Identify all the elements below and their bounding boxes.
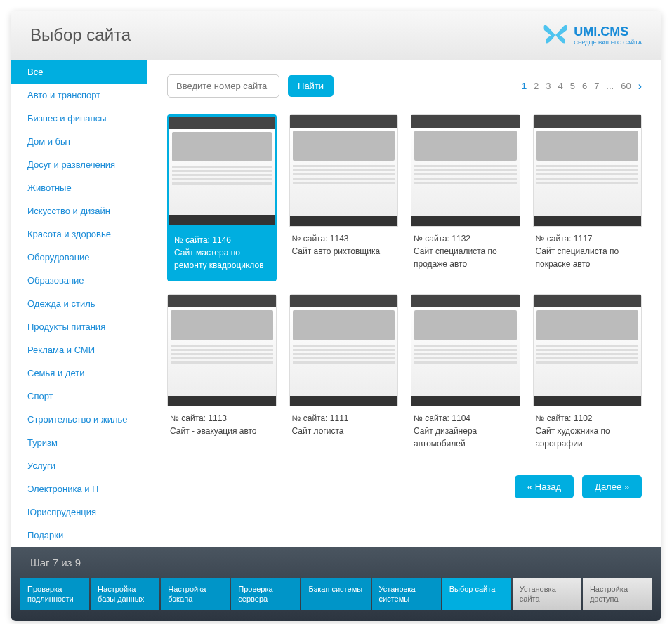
wizard-step[interactable]: Выбор сайта	[442, 578, 511, 610]
sidebar-item[interactable]: Семья и дети	[11, 361, 147, 385]
sidebar-item[interactable]: Дом и быт	[11, 130, 147, 153]
page-number[interactable]: 7	[594, 81, 599, 91]
template-thumbnail	[289, 114, 399, 227]
template-card[interactable]: № сайта: 1113 Сайт - эвакуация авто	[167, 294, 277, 456]
content: Найти 1234567...60› № сайта: 1146 Сайт м…	[147, 60, 661, 547]
logo-text: UMI.CMS	[574, 25, 628, 39]
template-card[interactable]: № сайта: 1117 Сайт специалиста по покрас…	[533, 114, 643, 281]
sidebar-item[interactable]: Спорт	[11, 385, 147, 408]
wizard-step[interactable]: Настройка доступа	[583, 578, 652, 610]
search-button[interactable]: Найти	[288, 75, 334, 97]
template-thumbnail	[289, 294, 399, 406]
card-info: № сайта: 1111 Сайт логиста	[289, 406, 399, 443]
sidebar-item[interactable]: Досуг и развлечения	[11, 153, 147, 176]
card-info: № сайта: 1143 Сайт авто рихтовщика	[289, 227, 399, 263]
page-number[interactable]: 2	[534, 81, 539, 91]
template-card[interactable]: № сайта: 1146 Сайт мастера по ремонту кв…	[167, 114, 277, 281]
sidebar-item[interactable]: Оборудование	[11, 246, 147, 269]
search-input[interactable]	[167, 74, 279, 98]
pagination: 1234567...60›	[522, 80, 642, 93]
back-button[interactable]: « Назад	[515, 475, 574, 498]
page-next-icon[interactable]: ›	[638, 80, 642, 93]
template-thumbnail	[167, 114, 277, 227]
card-number: № сайта: 1132	[414, 232, 518, 245]
card-number: № сайта: 1143	[292, 232, 396, 245]
card-info: № сайта: 1146 Сайт мастера по ремонту кв…	[167, 227, 277, 281]
wizard-step[interactable]: Проверка сервера	[231, 578, 300, 610]
page-number[interactable]: 5	[570, 81, 575, 91]
sidebar-item[interactable]: Образование	[11, 269, 147, 292]
wizard-step[interactable]: Проверка подлинности	[20, 578, 89, 610]
card-title: Сайт художника по аэрографии	[536, 425, 640, 450]
card-title: Сайт авто рихтовщика	[292, 245, 396, 258]
search-row: Найти 1234567...60›	[167, 74, 642, 98]
wizard-step[interactable]: Настройка бэкапа	[161, 578, 230, 610]
card-info: № сайта: 1132 Сайт специалиста по продаж…	[411, 227, 520, 276]
template-card[interactable]: № сайта: 1102 Сайт художника по аэрограф…	[533, 294, 643, 456]
nav-buttons: « Назад Далее »	[167, 475, 642, 498]
header: Выбор сайта UMI.CMS СЕРДЦЕ ВАШЕГО САЙТА	[11, 11, 661, 60]
sidebar-item[interactable]: Электроника и IT	[11, 477, 147, 500]
wizard-step[interactable]: Настройка базы данных	[91, 578, 159, 610]
card-number: № сайта: 1146	[174, 234, 270, 246]
template-card[interactable]: № сайта: 1143 Сайт авто рихтовщика	[289, 114, 399, 281]
main: ВсеАвто и транспортБизнес и финансыДом и…	[11, 60, 661, 547]
card-number: № сайта: 1111	[292, 412, 396, 425]
card-number: № сайта: 1113	[170, 412, 274, 425]
logo-subtitle: СЕРДЦЕ ВАШЕГО САЙТА	[574, 39, 642, 46]
sidebar-item[interactable]: Искусство и дизайн	[11, 199, 147, 223]
sidebar: ВсеАвто и транспортБизнес и финансыДом и…	[11, 60, 147, 547]
sidebar-item[interactable]: Туризм	[11, 431, 147, 454]
sidebar-item[interactable]: Услуги	[11, 454, 147, 477]
footer: Шаг 7 из 9 Проверка подлинностиНастройка…	[11, 547, 661, 621]
sidebar-item[interactable]: Подарки	[11, 524, 147, 547]
template-thumbnail	[533, 114, 643, 227]
card-title: Сайт логиста	[292, 425, 396, 437]
sidebar-item[interactable]: Продукты питания	[11, 315, 147, 338]
template-card[interactable]: № сайта: 1132 Сайт специалиста по продаж…	[411, 114, 520, 281]
card-number: № сайта: 1104	[414, 412, 518, 425]
wizard-step[interactable]: Установка системы	[372, 578, 441, 610]
template-card[interactable]: № сайта: 1111 Сайт логиста	[289, 294, 399, 456]
wizard-step[interactable]: Установка сайта	[513, 578, 581, 610]
page-number: ...	[606, 81, 614, 91]
sidebar-item[interactable]: Авто и транспорт	[11, 84, 147, 107]
wizard-step[interactable]: Бэкап системы	[301, 578, 370, 610]
card-title: Сайт мастера по ремонту квадроциклов	[174, 246, 270, 272]
sidebar-item[interactable]: Животные	[11, 176, 147, 199]
sidebar-item[interactable]: Реклама и СМИ	[11, 338, 147, 361]
card-info: № сайта: 1102 Сайт художника по аэрограф…	[533, 406, 643, 456]
page-number[interactable]: 60	[621, 81, 631, 91]
card-info: № сайта: 1104 Сайт дизайнера автомобилей	[411, 406, 520, 456]
card-info: № сайта: 1117 Сайт специалиста по покрас…	[533, 227, 643, 276]
page-number[interactable]: 6	[582, 81, 587, 91]
card-number: № сайта: 1117	[536, 232, 640, 245]
next-button[interactable]: Далее »	[582, 475, 642, 498]
card-number: № сайта: 1102	[536, 412, 640, 425]
card-title: Сайт дизайнера автомобилей	[414, 425, 518, 450]
template-card[interactable]: № сайта: 1104 Сайт дизайнера автомобилей	[411, 294, 520, 456]
template-thumbnail	[167, 294, 277, 406]
card-title: Сайт специалиста по покраске авто	[536, 245, 640, 270]
app-container: Выбор сайта UMI.CMS СЕРДЦЕ ВАШЕГО САЙТА …	[11, 11, 661, 621]
step-label: Шаг 7 из 9	[11, 547, 661, 578]
template-thumbnail	[411, 114, 520, 227]
butterfly-icon	[541, 23, 569, 47]
logo: UMI.CMS СЕРДЦЕ ВАШЕГО САЙТА	[541, 23, 642, 47]
sidebar-item[interactable]: Строительство и жилье	[11, 408, 147, 431]
template-thumbnail	[533, 294, 643, 406]
card-info: № сайта: 1113 Сайт - эвакуация авто	[167, 406, 277, 443]
sidebar-item[interactable]: Красота и здоровье	[11, 223, 147, 246]
steps: Проверка подлинностиНастройка базы данны…	[11, 578, 661, 621]
sidebar-item[interactable]: Юриспруденция	[11, 500, 147, 524]
sidebar-item[interactable]: Одежда и стиль	[11, 292, 147, 315]
page-title: Выбор сайта	[30, 25, 131, 45]
page-number[interactable]: 4	[558, 81, 562, 91]
card-title: Сайт - эвакуация авто	[170, 425, 274, 437]
page-number[interactable]: 1	[522, 81, 527, 91]
template-grid: № сайта: 1146 Сайт мастера по ремонту кв…	[167, 114, 642, 456]
sidebar-item[interactable]: Все	[11, 60, 147, 84]
sidebar-item[interactable]: Бизнес и финансы	[11, 107, 147, 130]
card-title: Сайт специалиста по продаже авто	[414, 245, 518, 270]
page-number[interactable]: 3	[546, 81, 551, 91]
